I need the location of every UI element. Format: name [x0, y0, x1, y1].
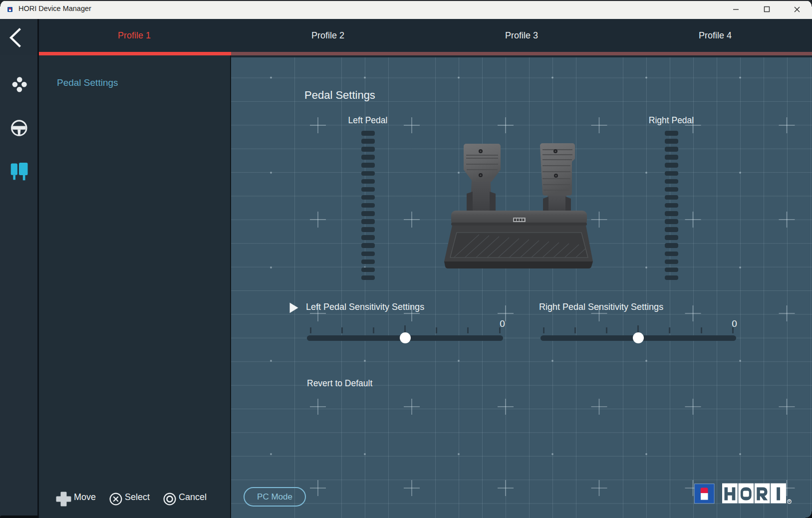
svg-text:R: R [788, 500, 791, 503]
